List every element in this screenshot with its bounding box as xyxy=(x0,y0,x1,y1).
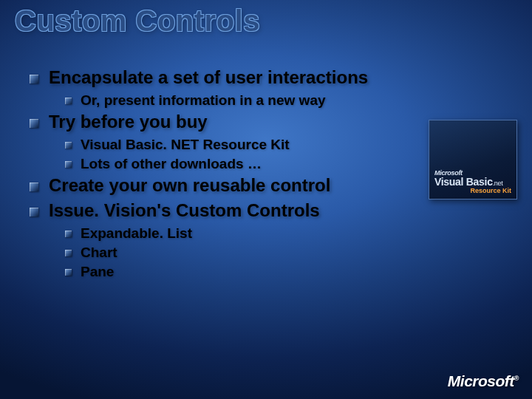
square-bullet-icon xyxy=(65,231,72,237)
slide: Custom Controls Encapsulate a set of use… xyxy=(0,0,532,399)
registered-icon: ® xyxy=(514,375,519,382)
bullet-text: Or, present information in a new way xyxy=(81,92,326,109)
resource-kit-boxart: Microsoft Visual Basic.net Resource Kit xyxy=(429,120,517,200)
bullet-text: Encapsulate a set of user interactions xyxy=(49,67,368,88)
bullet-text: Expandable. List xyxy=(81,225,192,242)
square-bullet-icon xyxy=(65,269,72,276)
bullet-text: Create your own reusable control xyxy=(49,175,330,196)
square-bullet-icon xyxy=(30,208,38,216)
bullet-chart: Chart xyxy=(65,245,510,261)
bullet-text: Chart xyxy=(81,245,117,261)
bullet-present-info: Or, present information in a new way xyxy=(65,92,510,109)
square-bullet-icon xyxy=(65,98,72,104)
square-bullet-icon xyxy=(30,183,38,191)
boxart-subtitle: Resource Kit xyxy=(434,187,511,194)
boxart-product: Visual Basic.net xyxy=(434,177,511,188)
bullet-text: Pane xyxy=(81,264,114,280)
square-bullet-icon xyxy=(65,161,72,168)
bullet-issuevision: Issue. Vision's Custom Controls xyxy=(30,200,510,221)
bullet-text: Issue. Vision's Custom Controls xyxy=(49,200,320,221)
slide-title: Custom Controls xyxy=(15,4,260,38)
microsoft-logo: Microsoft® xyxy=(448,372,519,390)
bullet-text: Try before you buy xyxy=(49,112,208,132)
bullet-text: Visual Basic. NET Resource Kit xyxy=(81,137,290,153)
boxart-product-name: Visual Basic xyxy=(434,176,493,188)
boxart-dotnet: .net xyxy=(493,180,503,187)
square-bullet-icon xyxy=(30,119,38,128)
bullet-pane: Pane xyxy=(65,264,510,280)
bullet-text: Lots of other downloads … xyxy=(81,156,262,172)
square-bullet-icon xyxy=(30,75,38,83)
bullet-expandable-list: Expandable. List xyxy=(65,225,510,242)
bullet-encapsulate: Encapsulate a set of user interactions xyxy=(30,67,510,88)
logo-text: Microsoft xyxy=(448,372,514,389)
square-bullet-icon xyxy=(65,142,72,149)
square-bullet-icon xyxy=(65,250,72,256)
